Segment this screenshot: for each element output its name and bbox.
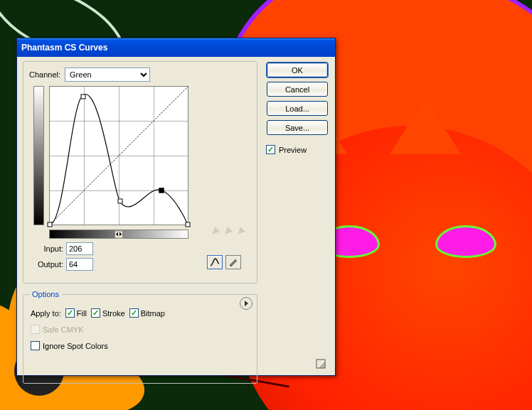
- load-button[interactable]: Load...: [267, 101, 328, 116]
- safe-cmyk-label: Safe CMYK: [43, 325, 83, 334]
- curves-dialog: Phantasm CS Curves Channel: Green: [16, 38, 336, 376]
- ignore-spot-label: Ignore Spot Colors: [43, 342, 108, 350]
- fill-checkbox[interactable]: [65, 308, 75, 318]
- eyedropper-gray-icon: [220, 224, 231, 235]
- options-expand-button[interactable]: [240, 297, 252, 310]
- ignore-spot-checkbox[interactable]: [31, 341, 40, 350]
- stroke-label: Stroke: [102, 309, 125, 318]
- preview-checkbox[interactable]: [266, 145, 275, 154]
- safe-cmyk-checkbox: [31, 325, 40, 334]
- dialog-resize-icon: [315, 358, 328, 371]
- eyedropper-white-icon: [233, 224, 244, 235]
- cancel-button[interactable]: Cancel: [267, 82, 328, 97]
- options-legend: Options: [29, 290, 62, 298]
- input-value-field[interactable]: [66, 242, 93, 255]
- preview-label: Preview: [279, 146, 307, 154]
- eyedropper-black-icon: [207, 224, 218, 235]
- bitmap-checkbox[interactable]: [129, 308, 139, 318]
- pencil-tool-button[interactable]: [225, 255, 241, 269]
- input-gradient-horizontal[interactable]: [49, 230, 188, 239]
- curve-tool-button[interactable]: [207, 255, 223, 269]
- channel-select[interactable]: Green: [65, 68, 150, 82]
- bitmap-label: Bitmap: [141, 309, 165, 318]
- channel-fieldset: Channel: Green: [23, 61, 257, 284]
- gradient-midpoint-handle[interactable]: [115, 230, 123, 238]
- curve-graph[interactable]: [49, 86, 188, 225]
- titlebar[interactable]: Phantasm CS Curves: [17, 38, 335, 57]
- apply-to-label: Apply to:: [31, 309, 61, 318]
- eyedropper-group: [207, 224, 244, 235]
- options-fieldset: Options Apply to: Fill Stroke Bitmap: [23, 290, 257, 384]
- fill-label: Fill: [77, 309, 87, 318]
- output-value-field[interactable]: [66, 258, 93, 271]
- stroke-checkbox[interactable]: [91, 308, 100, 318]
- input-label: Input:: [28, 244, 63, 253]
- output-label: Output:: [28, 260, 63, 269]
- output-gradient-vertical: [33, 86, 44, 225]
- dialog-title: Phantasm CS Curves: [21, 43, 107, 53]
- ok-button[interactable]: OK: [267, 63, 328, 77]
- save-button[interactable]: Save...: [267, 120, 328, 135]
- channel-label: Channel:: [29, 70, 60, 79]
